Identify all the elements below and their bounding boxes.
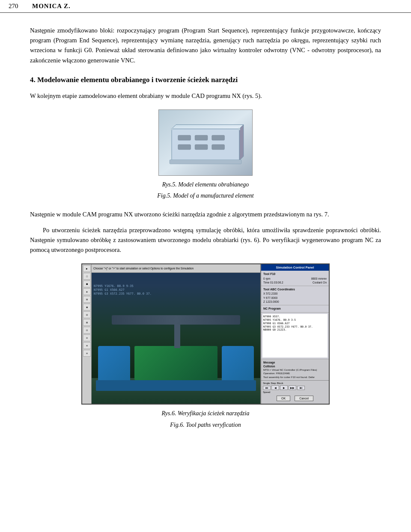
fig5-caption-2: Fig.5. Model of a manufactured element [157, 191, 253, 201]
sim-right-panel: Simulation Control Panel Tool F10 0 rpm … [260, 264, 329, 404]
toolbar-btn-3: ⬢ [83, 281, 91, 287]
panel-nc-section: NC Program [261, 305, 329, 313]
svg-rect-4 [178, 135, 191, 140]
ctrl-speed-row: Speed [263, 391, 327, 393]
figure-5-wrapper: Rys.5. Model elementu obrabianego Fig.5.… [30, 109, 381, 201]
paragraph-4: Po utworzeniu ścieżek narzędzia przeprow… [30, 225, 381, 255]
panel-z: Z 1223.0000 [263, 300, 327, 304]
sim-instruction-text: Choose ">|" or ">" to start simulation o… [93, 267, 194, 270]
btn-play[interactable]: ▶ [280, 385, 288, 390]
page-header: 270 MONICA Z. [0, 0, 411, 13]
svg-rect-5 [195, 135, 208, 140]
msg-collision: Collision [263, 364, 327, 368]
page: 270 MONICA Z. Następnie zmodyfikowano bl… [0, 0, 411, 532]
toolbar-btn-1: ▶ [83, 265, 91, 272]
author-name: MONICA Z. [32, 3, 71, 10]
msg-op: Operation: FREEZAME [263, 372, 327, 375]
machine-table [96, 380, 256, 391]
single-step-label: Single Step [263, 382, 276, 384]
btn-prev[interactable]: ◀ [271, 385, 279, 390]
toolbar-btn-9: ⊡ [83, 327, 91, 334]
figure-5-caption: Rys.5. Model elementu obrabianego Fig.5.… [157, 178, 253, 201]
panel-nc-scroll[interactable]: N7990 X557. N7995 Y1676. B0.9 3-5 N7998 … [262, 314, 328, 358]
btn-forward[interactable]: ⏭ [297, 386, 305, 390]
msg-path: MTD:> Virtual NC Controller (C:/Program … [263, 368, 327, 372]
btn-rewind[interactable]: ⏮ [263, 386, 271, 390]
section-4-heading: 4. Modelowanie elementu obrabianego i tw… [30, 75, 381, 85]
toolbar-left: ▶ ⬡ ⬢ ◈ ⊞ ◉ ⊟ ⊠ ⊡ ⊜ ⊛ ⊚ [82, 264, 92, 404]
speed-label: Speed [263, 391, 270, 393]
panel-y: Y 677.0000 [263, 296, 327, 300]
paragraph-2: W kolejnym etapie zamodelowano element o… [30, 91, 381, 101]
svg-rect-7 [178, 145, 191, 150]
figure-6-caption: Rys.6. Weryfikacja ścieżek narzędzia Fig… [162, 407, 250, 430]
toolbar-btn-12: ⊚ [83, 350, 91, 357]
simulation-image: ▶ ⬡ ⬢ ◈ ⊞ ◉ ⊟ ⊠ ⊡ ⊜ ⊛ ⊚ Choo [81, 263, 330, 405]
msg-label: Message [263, 361, 327, 364]
coord-display: N7995 Y1676. B8.9 9-35 N7995 G1 X566.627… [94, 284, 152, 296]
ctrl-step-row: Single Step Block [263, 382, 327, 384]
cad-model-image [158, 109, 253, 176]
msg-tool: Tool assembly for cutter F10 not found. … [263, 375, 327, 379]
ctrl-playback-row: ⏮ ◀ ▶ ▶▶ ⏭ [263, 385, 327, 390]
paragraph-3: Następnie w module CAM programu NX utwor… [30, 210, 381, 219]
panel-rpm-row: 0 rpm 8600 mmrev [263, 277, 327, 281]
sim-top-toolbar: Choose ">|" or ">" to start simulation o… [92, 264, 260, 273]
toolbar-btn-8: ⊠ [83, 319, 91, 326]
cancel-button[interactable]: Cancel [295, 396, 313, 401]
svg-rect-9 [212, 145, 225, 150]
machine-part-right [222, 346, 254, 384]
panel-tool-section: Tool F10 0 rpm 8600 mmrev Time 01:03:06.… [261, 271, 329, 286]
panel-title: Simulation Control Panel [261, 264, 329, 271]
svg-rect-12 [238, 128, 240, 130]
simulation-main-area: Choose ">|" or ">" to start simulation o… [92, 264, 260, 404]
toolbar-btn-11: ⊛ [83, 342, 91, 349]
toolbar-btn-2: ⬡ [83, 273, 91, 280]
content-area: Następnie zmodyfikowano bloki: rozpoczyn… [0, 13, 411, 451]
svg-rect-6 [212, 135, 225, 140]
ok-button[interactable]: OK [277, 396, 290, 401]
svg-rect-10 [170, 160, 241, 164]
panel-time-row: Time 01:03:06.2 Coolant On [263, 281, 327, 284]
paragraph-1: Następnie zmodyfikowano bloki: rozpoczyn… [30, 26, 381, 65]
panel-tool-label: Tool F10 [263, 272, 327, 277]
panel-nc-label: NC Program [263, 307, 327, 311]
fig6-caption-1: Rys.6. Weryfikacja ścieżek narzędzia [162, 409, 250, 418]
machine-crossbar [112, 315, 240, 325]
ok-cancel-buttons: OK Cancel [263, 394, 327, 402]
toolbar-btn-7: ⊟ [83, 311, 91, 318]
figure-6-wrapper: ▶ ⬡ ⬢ ◈ ⊞ ◉ ⊟ ⊠ ⊡ ⊜ ⊛ ⊚ Choo [30, 263, 381, 430]
panel-x: X 572.2330 [263, 292, 327, 296]
panel-controls: Single Step Block ⏮ ◀ ▶ ▶▶ ⏭ Speed [261, 380, 329, 404]
block-label: Block [277, 382, 283, 384]
fig5-caption-1: Rys.5. Model elementu obrabianego [157, 180, 253, 189]
spindle [174, 322, 180, 348]
toolbar-btn-6: ◉ [83, 304, 91, 310]
svg-marker-1 [172, 124, 244, 129]
toolbar-btn-5: ⊞ [83, 296, 91, 303]
panel-message-area: Message Collision MTD:> Virtual NC Contr… [261, 359, 329, 380]
svg-rect-11 [171, 128, 173, 130]
page-number: 270 [9, 3, 24, 10]
machine-part-left [98, 346, 130, 384]
panel-coords-section: Tool ABC Coordinates X 572.2330 Y 677.00… [261, 286, 329, 305]
panel-abc-label: Tool ABC Coordinates [263, 287, 327, 292]
toolbar-btn-4: ◈ [83, 288, 91, 295]
svg-rect-8 [195, 145, 208, 150]
fig6-caption-2: Fig.6. Tool paths veryfication [162, 420, 250, 430]
toolbar-btn-10: ⊜ [83, 334, 91, 341]
work-area [134, 346, 217, 380]
btn-next[interactable]: ▶▶ [289, 385, 296, 390]
